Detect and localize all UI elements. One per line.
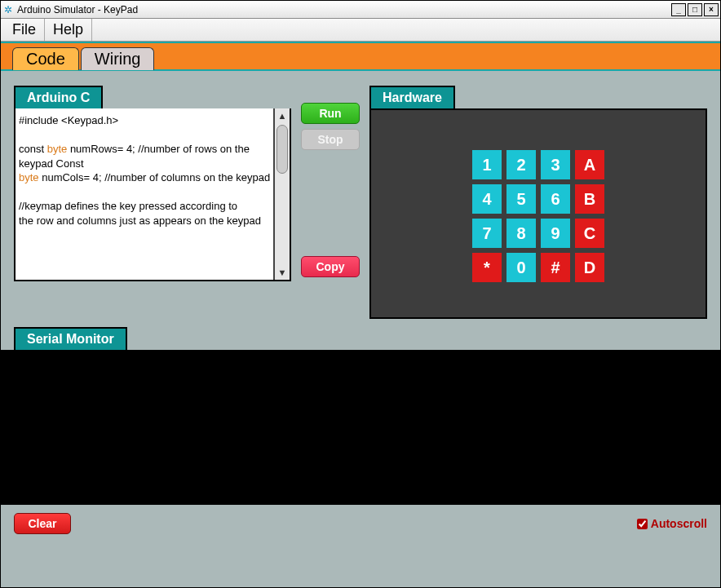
tab-strip: Code Wiring — [1, 42, 720, 71]
menu-help[interactable]: Help — [45, 19, 92, 41]
keyword: byte — [47, 143, 68, 155]
key-5[interactable]: 5 — [506, 184, 536, 214]
key-3[interactable]: 3 — [541, 150, 570, 179]
keypad: 1 2 3 A 4 5 6 B 7 8 9 C * 0 # — [472, 150, 604, 282]
bottom-bar: Clear Autoscroll — [14, 513, 707, 541]
window-title: Arduino Simulator - KeyPad — [17, 4, 671, 15]
serial-monitor[interactable] — [1, 350, 720, 505]
code-line: #include <Keypad.h> — [19, 113, 272, 128]
code-line: //keymap defines the key pressed accordi… — [19, 199, 272, 214]
key-4[interactable]: 4 — [472, 184, 502, 214]
hardware-panel-label: Hardware — [369, 86, 455, 108]
code-line: the row and columns just as appears on t… — [19, 214, 272, 228]
upper-row: Arduino C #include <Keypad.h> const byte… — [14, 86, 707, 319]
key-b[interactable]: B — [575, 184, 604, 214]
key-c[interactable]: C — [575, 219, 604, 248]
tab-wiring[interactable]: Wiring — [81, 47, 155, 70]
copy-button[interactable]: Copy — [301, 256, 360, 277]
key-0[interactable]: 0 — [506, 253, 536, 282]
stop-button: Stop — [301, 129, 360, 150]
code-line: byte numCols= 4; //number of columns on … — [19, 170, 272, 185]
scroll-down-icon[interactable]: ▼ — [275, 265, 290, 280]
action-buttons: Run Stop Copy — [301, 86, 360, 319]
hardware-column: Hardware 1 2 3 A 4 5 6 B 7 8 9 C — [369, 86, 707, 319]
scroll-thumb[interactable] — [276, 125, 288, 174]
menubar: File Help — [1, 19, 720, 42]
code-editor[interactable]: #include <Keypad.h> const byte numRows= … — [14, 108, 291, 281]
serial-section: Serial Monitor — [14, 327, 707, 505]
serial-panel-label: Serial Monitor — [14, 327, 127, 350]
menu-file[interactable]: File — [4, 19, 45, 41]
key-8[interactable]: 8 — [506, 219, 536, 248]
window-controls: _ □ × — [671, 3, 719, 16]
clear-button[interactable]: Clear — [14, 513, 71, 534]
code-column: Arduino C #include <Keypad.h> const byte… — [14, 86, 291, 319]
key-6[interactable]: 6 — [541, 184, 570, 214]
autoscroll-checkbox[interactable] — [637, 519, 648, 529]
code-panel-label: Arduino C — [14, 86, 103, 108]
keyword: byte — [19, 171, 39, 183]
key-star[interactable]: * — [472, 253, 502, 282]
key-9[interactable]: 9 — [541, 219, 570, 248]
autoscroll-label: Autoscroll — [651, 517, 707, 530]
code-text[interactable]: #include <Keypad.h> const byte numRows= … — [15, 108, 273, 280]
content-area: Arduino C #include <Keypad.h> const byte… — [1, 71, 720, 587]
hardware-panel: 1 2 3 A 4 5 6 B 7 8 9 C * 0 # — [369, 108, 707, 319]
autoscroll-toggle[interactable]: Autoscroll — [637, 517, 707, 530]
close-button[interactable]: × — [704, 3, 719, 16]
titlebar: ✲ Arduino Simulator - KeyPad _ □ × — [1, 1, 720, 19]
key-a[interactable]: A — [575, 150, 604, 179]
key-2[interactable]: 2 — [506, 150, 536, 179]
key-1[interactable]: 1 — [472, 150, 502, 179]
tab-code[interactable]: Code — [12, 47, 79, 70]
app-window: ✲ Arduino Simulator - KeyPad _ □ × File … — [0, 0, 721, 588]
maximize-button[interactable]: □ — [688, 3, 702, 16]
run-button[interactable]: Run — [301, 103, 360, 124]
minimize-button[interactable]: _ — [671, 3, 686, 16]
code-line: const byte numRows= 4; //number of rows … — [19, 142, 272, 170]
scrollbar[interactable]: ▲ ▼ — [273, 108, 290, 280]
key-7[interactable]: 7 — [472, 219, 502, 248]
app-icon: ✲ — [2, 4, 14, 15]
key-d[interactable]: D — [575, 253, 604, 282]
scroll-up-icon[interactable]: ▲ — [275, 108, 290, 123]
key-hash[interactable]: # — [541, 253, 570, 282]
